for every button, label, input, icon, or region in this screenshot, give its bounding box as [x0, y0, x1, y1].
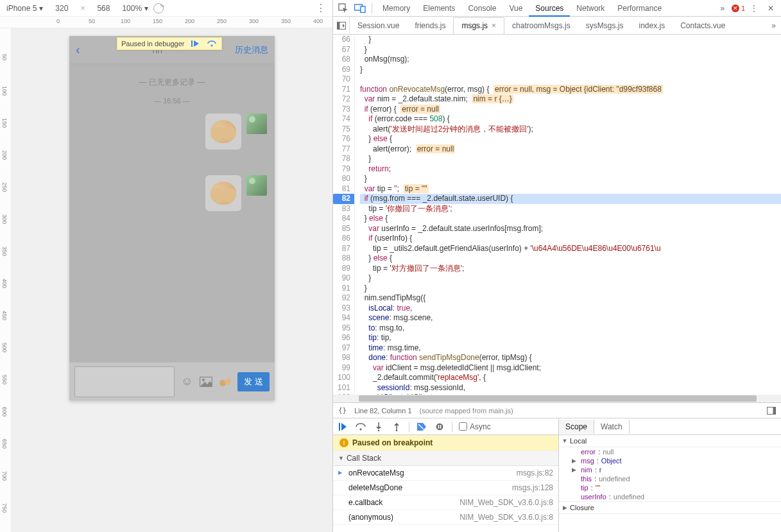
cursor-position: Line 82, Column 1 [354, 407, 411, 415]
pretty-print-button[interactable]: {} [338, 406, 347, 415]
devtools-panel: MemoryElementsConsoleVueSourcesNetworkPe… [333, 0, 781, 532]
vertical-ruler: 5010015020025030035040045050055060065070… [0, 28, 12, 532]
svg-rect-14 [773, 407, 776, 414]
devtools-main-tabs: MemoryElementsConsoleVueSourcesNetworkPe… [333, 0, 781, 17]
overlay-step-button[interactable] [206, 39, 218, 48]
scope-variable[interactable]: error: null [559, 447, 781, 456]
tab-console[interactable]: Console [461, 1, 502, 15]
emoji-image [210, 182, 236, 205]
zoom-selector[interactable]: 100%▾ [122, 4, 148, 13]
inspect-element-icon[interactable] [336, 1, 351, 15]
tab-sources[interactable]: Sources [529, 1, 570, 17]
tab-performance[interactable]: Performance [611, 1, 668, 15]
deactivate-breakpoints-button[interactable] [416, 421, 427, 433]
file-tab[interactable]: index.js [631, 17, 673, 33]
scope-local-header[interactable]: ▼Local [559, 435, 781, 447]
sidebar-toggle-icon[interactable] [767, 407, 776, 415]
scope-closure-header[interactable]: ▶Closure [559, 501, 781, 514]
code-editor[interactable]: 6667686970717273747576777879808182838485… [333, 35, 781, 395]
device-width-input[interactable] [48, 4, 75, 13]
scope-variable[interactable]: tip: "" [559, 483, 781, 492]
device-emulator-panel: iPhone 5▾ × 100%▾ ⋮ 05010015020025030035… [0, 0, 333, 532]
scope-variable[interactable]: userInfo: undefined [559, 492, 781, 501]
file-tab[interactable]: Session.vue [350, 17, 407, 33]
close-devtools-icon[interactable]: ✕ [763, 1, 778, 15]
back-icon[interactable]: ‹ [76, 42, 80, 57]
scope-watch-tabs: Scope Watch [558, 418, 781, 434]
tab-vue[interactable]: Vue [502, 1, 529, 15]
async-checkbox[interactable]: Async [459, 422, 491, 431]
horizontal-scrollbar[interactable] [333, 395, 781, 402]
toggle-device-icon[interactable] [352, 1, 368, 15]
step-into-button[interactable] [373, 421, 384, 433]
error-dot-icon: ✕ [732, 4, 739, 12]
call-stack-panel: ! Paused on breakpoint ▼Call Stack onRev… [333, 435, 558, 532]
paused-overlay-text: Paused in debugger [121, 40, 184, 47]
device-canvas: Paused in debugger ‹ nn 历史消息 — [12, 28, 332, 532]
chat-message-row [69, 175, 275, 211]
more-file-tabs-icon[interactable]: » [766, 21, 781, 30]
sticker-icon[interactable] [218, 375, 232, 389]
debugger-toolbar: Async [333, 418, 558, 434]
svg-rect-27 [440, 425, 442, 429]
svg-marker-22 [394, 423, 399, 425]
call-stack-frame[interactable]: e.callbackNIM_Web_SDK_v3.6.0.js:8 [333, 495, 558, 510]
chat-timestamp: — 16:56 — [154, 97, 190, 105]
message-bubble[interactable] [205, 114, 241, 150]
line-gutter: 6667686970717273747576777879808182838485… [333, 35, 355, 395]
history-link[interactable]: 历史消息 [235, 44, 268, 56]
settings-icon[interactable]: ⋮ [746, 1, 762, 15]
message-textarea[interactable] [74, 366, 175, 397]
file-tab[interactable]: Contacts.vue [673, 17, 733, 33]
svg-point-4 [202, 379, 205, 381]
emoji-image [210, 120, 236, 143]
scope-variable[interactable]: this: undefined [559, 474, 781, 483]
svg-rect-11 [337, 22, 339, 29]
pause-on-exceptions-button[interactable] [434, 421, 445, 433]
error-badge[interactable]: ✕ 1 [732, 4, 745, 12]
tab-network[interactable]: Network [570, 1, 611, 15]
close-icon[interactable]: × [492, 21, 496, 30]
call-stack-frame[interactable]: (anonymous)NIM_Web_SDK_v3.6.0.js:8 [333, 510, 558, 525]
scope-panel: ▼Local error: null▶msg: Object▶nim: rthi… [558, 435, 781, 532]
call-stack-frame[interactable]: deleteMsgDonemsgs.js:128 [333, 481, 558, 495]
file-tab[interactable]: chatroomMsgs.js [504, 17, 578, 33]
device-height-input[interactable] [90, 4, 117, 13]
svg-rect-15 [339, 423, 340, 431]
phone-chat-body: — 已无更多记录 — — 16:56 — [69, 64, 275, 362]
file-tab[interactable]: msgs.js× [453, 17, 504, 34]
horizontal-ruler: 050100150200250300350400450 [0, 17, 332, 28]
more-tabs-icon[interactable]: » [715, 1, 730, 15]
call-stack-frame[interactable]: onRevocateMsgmsgs.js:82 [333, 466, 558, 481]
svg-rect-26 [438, 425, 440, 429]
navigator-toggle-icon[interactable] [333, 17, 350, 34]
scope-tab[interactable]: Scope [559, 420, 594, 434]
overlay-resume-button[interactable] [189, 39, 201, 48]
step-over-button[interactable] [355, 421, 366, 433]
svg-marker-16 [341, 423, 347, 431]
send-button[interactable]: 发 送 [237, 372, 270, 391]
device-selector[interactable]: iPhone 5▾ [6, 4, 43, 13]
scope-variable[interactable]: ▶msg: Object [559, 456, 781, 465]
avatar[interactable] [246, 114, 267, 134]
scope-variable[interactable]: ▶nim: r [559, 465, 781, 474]
tab-memory[interactable]: Memory [376, 1, 416, 15]
resume-button[interactable] [337, 421, 348, 433]
tab-elements[interactable]: Elements [416, 1, 461, 15]
svg-rect-9 [361, 6, 365, 13]
emoji-icon[interactable]: ☺ [180, 375, 194, 389]
message-bubble[interactable] [205, 175, 241, 211]
svg-point-23 [396, 429, 398, 431]
more-options-icon[interactable]: ⋮ [316, 2, 326, 14]
file-tab[interactable]: friends.js [407, 17, 453, 33]
device-toolbar: iPhone 5▾ × 100%▾ ⋮ [0, 0, 332, 17]
file-tab[interactable]: sysMsgs.js [578, 17, 631, 33]
code-content[interactable]: } } onMsg(msg);}function onRevocateMsg(e… [355, 35, 781, 395]
avatar[interactable] [246, 175, 267, 196]
image-icon[interactable] [199, 375, 213, 389]
call-stack-header[interactable]: ▼Call Stack [333, 451, 558, 466]
step-out-button[interactable] [391, 421, 402, 433]
dimension-separator: × [80, 4, 85, 13]
watch-tab[interactable]: Watch [594, 420, 630, 434]
rotate-icon[interactable] [153, 3, 164, 13]
